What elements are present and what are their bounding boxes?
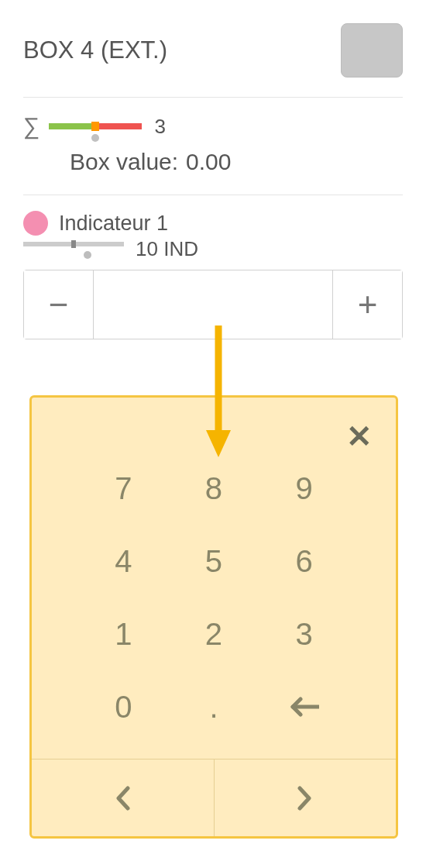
divider (23, 97, 403, 98)
keypad-next-button[interactable] (215, 760, 397, 836)
indicator-label: Indicateur 1 (59, 212, 168, 236)
keypad-key-backspace[interactable] (259, 670, 349, 743)
keypad-key-8[interactable]: 8 (169, 452, 259, 525)
chevron-right-icon (297, 785, 314, 811)
quantity-stepper: − + (23, 270, 403, 339)
status-bar (49, 123, 142, 129)
chevron-left-icon (114, 785, 131, 811)
increment-button[interactable]: + (332, 270, 402, 339)
keypad-key-2[interactable]: 2 (169, 598, 259, 670)
indicator-unit: IND (163, 237, 198, 260)
sigma-icon: ∑ (23, 113, 40, 140)
keypad-key-0[interactable]: 0 (78, 670, 169, 743)
indicator-bar: 10 IND (23, 242, 124, 246)
keypad-key-5[interactable]: 5 (169, 525, 259, 598)
keypad-key-6[interactable]: 6 (259, 525, 349, 598)
indicator-count: 10 (136, 237, 158, 260)
page-title: BOX 4 (EXT.) (23, 36, 167, 64)
keypad-key-decimal[interactable]: . (169, 670, 259, 743)
keypad-key-4[interactable]: 4 (78, 525, 169, 598)
keypad-key-3[interactable]: 3 (259, 598, 349, 670)
indicator-color-dot (23, 211, 48, 236)
keypad-prev-button[interactable] (32, 760, 215, 836)
divider (23, 195, 403, 195)
keypad-key-1[interactable]: 1 (78, 598, 169, 670)
keypad-key-9[interactable]: 9 (259, 452, 349, 525)
close-icon[interactable]: ✕ (346, 421, 373, 452)
stepper-input[interactable] (94, 270, 332, 339)
arrow-left-icon (290, 697, 319, 717)
sigma-row: ∑ 3 (23, 113, 403, 140)
box-value: 0.00 (186, 149, 231, 175)
sigma-count: 3 (154, 115, 165, 139)
decrement-button[interactable]: − (24, 270, 94, 339)
numeric-keypad: ✕ 7 8 9 4 5 6 1 2 3 0 . (29, 395, 398, 839)
keypad-key-7[interactable]: 7 (78, 452, 169, 525)
color-swatch[interactable] (341, 23, 403, 78)
box-value-label: Box value: (70, 149, 178, 175)
